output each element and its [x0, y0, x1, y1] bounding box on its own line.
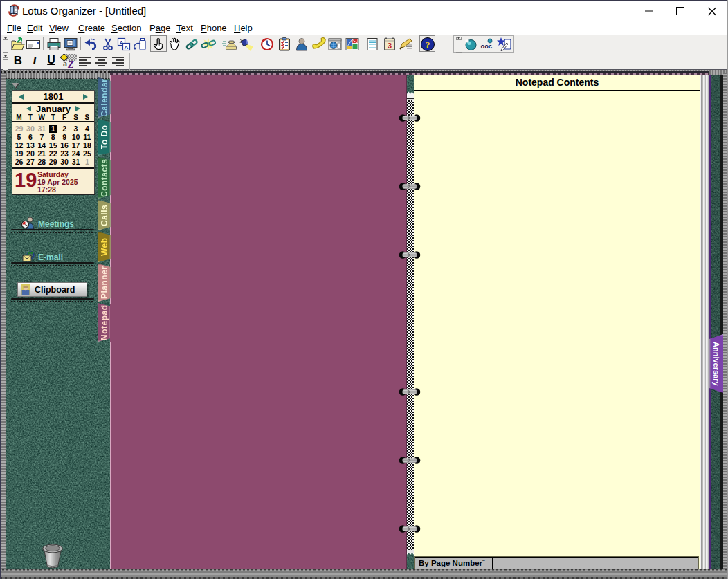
svg-text:?: ? [426, 39, 430, 50]
svg-text:A: A [125, 44, 129, 50]
svg-text:ooc: ooc [480, 43, 492, 50]
svg-text:Z: Z [67, 59, 74, 69]
svg-text:a: a [63, 59, 67, 68]
svg-text:3: 3 [388, 42, 392, 50]
